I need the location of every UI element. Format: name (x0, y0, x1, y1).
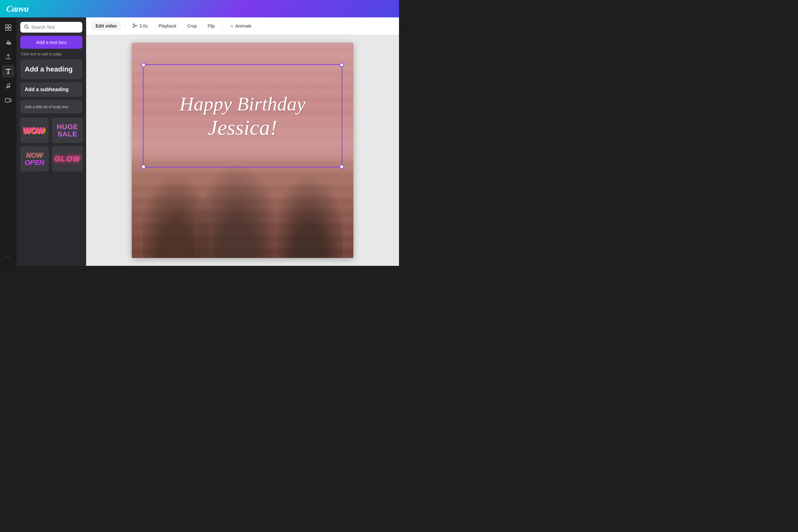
body-style-item[interactable]: Add a little bit of body text (20, 100, 82, 113)
text-selection-box[interactable]: Happy Birthday Jessica! (143, 64, 342, 167)
birthday-text[interactable]: Happy Birthday Jessica! (180, 92, 305, 139)
glow-text: GLOW (54, 154, 81, 163)
scissors-button[interactable]: 3.0s (128, 21, 152, 31)
edit-video-button[interactable]: Edit video (91, 21, 121, 31)
now-open-text: NOW OPEN (25, 152, 44, 166)
birthday-line2: Jessica! (180, 116, 305, 139)
heading-style-item[interactable]: Add a heading (20, 59, 82, 79)
canvas-frame[interactable]: Happy Birthday Jessica! (132, 43, 353, 258)
toolbar-divider-1 (125, 22, 125, 30)
birthday-line1: Happy Birthday (180, 92, 305, 116)
toolbar: Edit video 3.0s Playback Crop Flip (86, 17, 399, 35)
animate-button[interactable]: ○ Animate (226, 21, 256, 31)
style-presets-grid: WOW! HUGE SALE NOW OPEN GLOW (20, 118, 82, 172)
search-icon (24, 24, 29, 30)
sidebar-item-uploads[interactable] (2, 50, 15, 63)
app-header: Canva (0, 0, 399, 17)
svg-point-6 (6, 87, 7, 88)
animate-icon: ○ (230, 23, 234, 29)
huge-sale-preset[interactable]: HUGE SALE (52, 118, 83, 143)
sidebar-item-audio[interactable] (2, 79, 15, 92)
search-box[interactable] (20, 22, 82, 33)
subheading-style-item[interactable]: Add a subheading (20, 82, 82, 97)
animate-label: Animate (235, 23, 252, 28)
svg-rect-2 (5, 28, 8, 31)
subheading-style-label: Add a subheading (25, 87, 69, 92)
toolbar-divider-2 (222, 22, 223, 30)
selection-handle-tr[interactable] (339, 63, 344, 67)
icon-sidebar: ··· (0, 17, 17, 266)
svg-rect-3 (8, 28, 11, 31)
sidebar-item-layout[interactable] (2, 21, 15, 34)
main-layout: ··· Add a text box Click text to add to … (0, 17, 399, 266)
scissors-icon (132, 23, 137, 29)
glow-preset[interactable]: GLOW (52, 146, 83, 172)
selection-handle-tl[interactable] (141, 63, 146, 67)
heading-style-label: Add a heading (25, 65, 73, 73)
duration-label: 3.0s (139, 23, 148, 28)
wow-text: WOW! (23, 126, 46, 135)
now-open-preset[interactable]: NOW OPEN (20, 146, 49, 172)
body-style-label: Add a little bit of body text (25, 105, 68, 109)
flip-button[interactable]: Flip (203, 21, 220, 31)
canva-logo: Canva (6, 4, 29, 14)
svg-rect-1 (8, 25, 11, 27)
sidebar-item-video[interactable] (2, 94, 15, 107)
wow-preset[interactable]: WOW! (20, 118, 49, 143)
canvas-viewport[interactable]: Happy Birthday Jessica! (86, 35, 399, 266)
svg-rect-0 (5, 25, 8, 27)
click-hint-text: Click text to add to page (20, 52, 82, 56)
add-textbox-button[interactable]: Add a text box (20, 36, 82, 49)
sidebar-item-elements[interactable] (2, 36, 15, 49)
canvas-area: Edit video 3.0s Playback Crop Flip (86, 17, 399, 266)
svg-rect-8 (5, 98, 10, 102)
text-panel: Add a text box Click text to add to page… (17, 17, 86, 266)
crop-button[interactable]: Crop (183, 21, 201, 31)
huge-sale-text: HUGE SALE (57, 123, 78, 138)
sidebar-item-text[interactable] (2, 65, 15, 78)
sidebar-item-more[interactable]: ··· (2, 249, 15, 262)
search-input[interactable] (31, 25, 78, 30)
playback-button[interactable]: Playback (154, 21, 181, 31)
